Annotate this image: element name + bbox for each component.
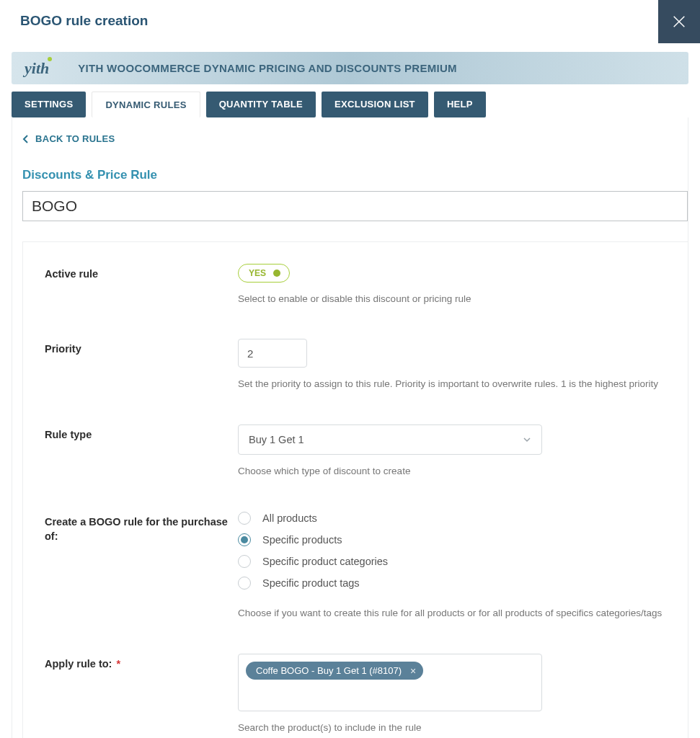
rule-type-selected: Buy 1 Get 1 [249, 434, 304, 445]
tab-settings[interactable]: SETTINGS [12, 92, 86, 117]
priority-help: Set the priority to assign to this rule.… [238, 378, 673, 391]
priority-input[interactable] [238, 339, 307, 368]
radio-specific-categories[interactable]: Specific product categories [238, 555, 673, 568]
apply-to-help: Search the product(s) to include in the … [238, 721, 673, 735]
active-rule-toggle[interactable]: YES [238, 264, 290, 283]
toggle-text: YES [249, 268, 266, 278]
back-to-rules-link[interactable]: BACK TO RULES [22, 133, 115, 144]
back-link-label: BACK TO RULES [35, 133, 115, 144]
bogo-for-radio-group: All products Specific products Specific … [238, 512, 673, 590]
tab-quantity-table[interactable]: QUANTITY TABLE [206, 92, 316, 117]
form-box: Active rule YES Select to enable or disa… [22, 241, 688, 739]
active-rule-label: Active rule [45, 264, 238, 281]
rule-type-select[interactable]: Buy 1 Get 1 [238, 424, 542, 455]
close-icon [671, 14, 687, 30]
tab-exclusion-list[interactable]: EXCLUSION LIST [322, 92, 428, 117]
apply-to-label: Apply rule to: * [45, 654, 238, 671]
chevron-left-icon [22, 134, 30, 144]
priority-label: Priority [45, 339, 238, 356]
plugin-banner: yith YITH WOOCOMMERCE DYNAMIC PRICING AN… [12, 52, 688, 84]
rule-type-label: Rule type [45, 424, 238, 442]
tab-help[interactable]: HELP [434, 92, 486, 117]
radio-label: Specific product tags [262, 577, 360, 589]
tab-dynamic-rules[interactable]: DYNAMIC RULES [92, 92, 200, 117]
apply-to-product-selector[interactable]: Coffe BOGO - Buy 1 Get 1 (#8107) × [238, 654, 542, 711]
product-chip: Coffe BOGO - Buy 1 Get 1 (#8107) × [246, 662, 423, 680]
bogo-for-label: Create a BOGO rule for the purchase of: [45, 512, 238, 544]
yith-logo: yith [25, 59, 49, 78]
main-panel: BACK TO RULES Discounts & Price Rule Act… [12, 117, 688, 738]
chevron-down-icon [523, 435, 531, 444]
radio-specific-tags[interactable]: Specific product tags [238, 577, 673, 590]
radio-specific-products[interactable]: Specific products [238, 533, 673, 546]
bogo-for-help: Choose if you want to create this rule f… [238, 607, 673, 621]
toggle-dot-icon [273, 270, 280, 277]
radio-all-products[interactable]: All products [238, 512, 673, 525]
active-rule-help: Select to enable or disable this discoun… [238, 293, 673, 306]
rule-name-input[interactable] [22, 191, 688, 221]
rule-type-help: Choose which type of discount to create [238, 465, 673, 479]
close-button[interactable] [658, 0, 700, 43]
radio-label: Specific products [262, 534, 342, 546]
modal-title: BOGO rule creation [0, 0, 148, 29]
radio-label: All products [262, 512, 317, 524]
required-mark: * [116, 658, 120, 670]
tab-bar: SETTINGS DYNAMIC RULES QUANTITY TABLE EX… [12, 92, 688, 117]
plugin-title: YITH WOOCOMMERCE DYNAMIC PRICING AND DIS… [78, 62, 457, 74]
section-title: Discounts & Price Rule [22, 168, 688, 182]
chip-remove-icon[interactable]: × [410, 666, 416, 676]
product-chip-label: Coffe BOGO - Buy 1 Get 1 (#8107) [256, 665, 402, 676]
radio-label: Specific product categories [262, 556, 388, 567]
